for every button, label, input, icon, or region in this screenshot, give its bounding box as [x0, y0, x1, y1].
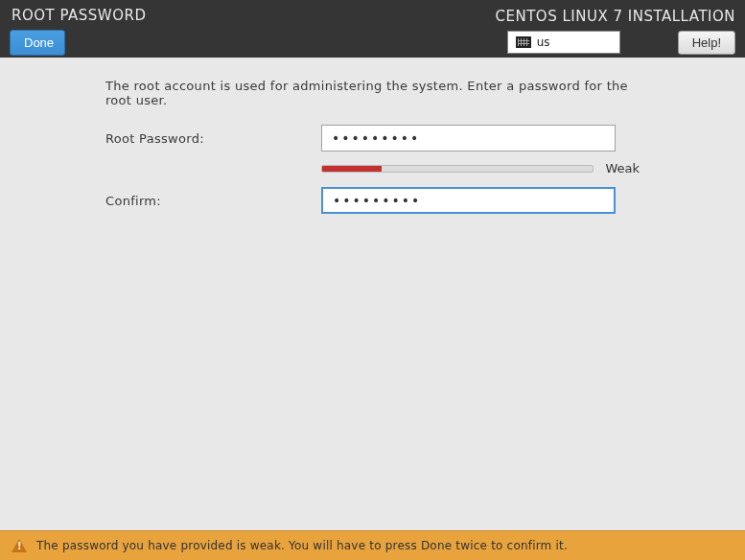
- password-strength-row: Weak: [321, 161, 640, 175]
- page-title: ROOT PASSWORD: [10, 3, 146, 24]
- help-button[interactable]: Help!: [678, 31, 735, 55]
- header-right: CENTOS LINUX 7 INSTALLATION us Help!: [496, 4, 735, 55]
- header-bar: ROOT PASSWORD Done CENTOS LINUX 7 INSTAL…: [0, 0, 745, 58]
- keyboard-layout-label: us: [537, 35, 550, 49]
- installer-title: CENTOS LINUX 7 INSTALLATION: [496, 4, 735, 25]
- header-left: ROOT PASSWORD Done: [10, 3, 146, 56]
- confirm-password-label: Confirm:: [105, 194, 321, 208]
- warning-icon: [12, 539, 27, 552]
- keyboard-icon: [516, 36, 531, 48]
- content-area: The root account is used for administeri…: [0, 58, 745, 214]
- password-strength-fill: [322, 166, 382, 172]
- root-password-input[interactable]: [321, 125, 616, 152]
- password-strength-bar: [321, 165, 594, 173]
- warning-bar: The password you have provided is weak. …: [0, 530, 745, 560]
- root-password-row: Root Password:: [105, 125, 640, 152]
- root-password-label: Root Password:: [105, 131, 321, 146]
- password-strength-label: Weak: [605, 161, 640, 175]
- done-button[interactable]: Done: [10, 30, 65, 56]
- warning-message: The password you have provided is weak. …: [36, 539, 568, 552]
- header-controls: us Help!: [507, 31, 735, 55]
- confirm-password-input[interactable]: [321, 187, 616, 214]
- confirm-password-row: Confirm:: [105, 187, 640, 214]
- description-text: The root account is used for administeri…: [105, 79, 640, 107]
- keyboard-layout-selector[interactable]: us: [507, 31, 620, 54]
